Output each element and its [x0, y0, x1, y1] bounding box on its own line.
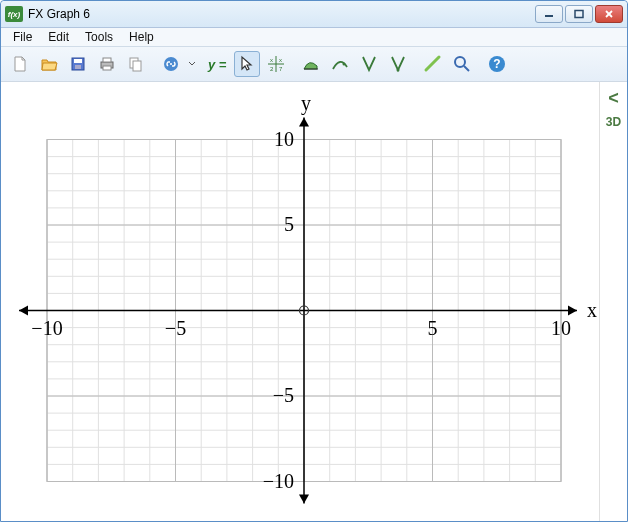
roots-icon [388, 54, 408, 74]
copy-icon [127, 55, 145, 73]
svg-text:5: 5 [284, 213, 294, 235]
curve-icon [330, 54, 350, 74]
svg-rect-9 [103, 66, 111, 70]
window-title: FX Graph 6 [28, 7, 535, 21]
new-file-icon [11, 55, 29, 73]
svg-text:−10: −10 [31, 317, 62, 339]
svg-text:x: x [270, 57, 273, 63]
svg-text:x: x [587, 299, 597, 321]
area-tool-button[interactable] [298, 51, 324, 77]
svg-text:5: 5 [428, 317, 438, 339]
intersect-icon [359, 54, 379, 74]
save-button[interactable] [65, 51, 91, 77]
svg-text:−5: −5 [273, 384, 294, 406]
save-icon [69, 55, 87, 73]
svg-rect-11 [133, 61, 141, 71]
svg-point-21 [397, 69, 400, 72]
mode-3d-button[interactable]: 3D [603, 112, 625, 132]
svg-text:10: 10 [274, 128, 294, 150]
svg-text:−10: −10 [263, 470, 294, 492]
svg-text:10: 10 [551, 317, 571, 339]
svg-rect-1 [575, 11, 583, 18]
curve-tool-button[interactable] [327, 51, 353, 77]
link-icon [162, 55, 180, 73]
svg-text:y: y [301, 92, 311, 115]
svg-text:?: ? [494, 57, 501, 71]
app-icon: f(x) [5, 6, 23, 22]
cursor-icon [237, 54, 257, 74]
menu-tools[interactable]: Tools [77, 28, 121, 46]
link-button[interactable] [158, 51, 184, 77]
svg-text:7: 7 [279, 66, 283, 72]
print-icon [98, 55, 116, 73]
svg-point-20 [343, 63, 346, 66]
intersect-tool-button[interactable] [356, 51, 382, 77]
zoom-button[interactable] [449, 51, 475, 77]
maximize-button[interactable] [565, 5, 593, 23]
titlebar: f(x) FX Graph 6 [1, 1, 627, 28]
expand-panel-button[interactable]: < [603, 88, 625, 108]
svg-rect-5 [74, 59, 82, 63]
pencil-line-icon [423, 54, 443, 74]
svg-rect-6 [75, 65, 81, 69]
toolbar: y = x 2 x 7 [1, 47, 627, 82]
close-button[interactable] [595, 5, 623, 23]
area-icon [301, 54, 321, 74]
svg-text:2: 2 [270, 66, 274, 72]
menu-help[interactable]: Help [121, 28, 162, 46]
content-area: −10−5510−10−5510yx < 3D [1, 82, 627, 521]
menubar: File Edit Tools Help [1, 28, 627, 47]
help-button[interactable]: ? [484, 51, 510, 77]
line-tool-button[interactable] [420, 51, 446, 77]
print-button[interactable] [94, 51, 120, 77]
graph-canvas[interactable]: −10−5510−10−5510yx [1, 82, 599, 521]
magnifier-icon [452, 54, 472, 74]
svg-rect-8 [103, 58, 111, 62]
menu-edit[interactable]: Edit [40, 28, 77, 46]
svg-text:x: x [279, 57, 282, 63]
open-file-button[interactable] [36, 51, 62, 77]
help-icon: ? [487, 54, 507, 74]
copy-button[interactable] [123, 51, 149, 77]
equation-prefix: y = [206, 57, 228, 72]
svg-point-23 [455, 57, 465, 67]
svg-line-24 [464, 66, 469, 71]
menu-file[interactable]: File [5, 28, 40, 46]
coordinate-plane: −10−5510−10−5510yx [1, 82, 599, 521]
window-controls [535, 5, 623, 23]
svg-text:−5: −5 [165, 317, 186, 339]
select-tool-button[interactable] [234, 51, 260, 77]
axes-settings-icon: x 2 x 7 [266, 54, 286, 74]
axes-settings-button[interactable]: x 2 x 7 [263, 51, 289, 77]
roots-tool-button[interactable] [385, 51, 411, 77]
link-dropdown[interactable] [187, 60, 197, 68]
new-file-button[interactable] [7, 51, 33, 77]
side-panel: < 3D [599, 82, 627, 521]
application-window: f(x) FX Graph 6 File Edit Tools Help [0, 0, 628, 522]
minimize-button[interactable] [535, 5, 563, 23]
open-folder-icon [40, 55, 58, 73]
svg-line-22 [426, 57, 439, 70]
